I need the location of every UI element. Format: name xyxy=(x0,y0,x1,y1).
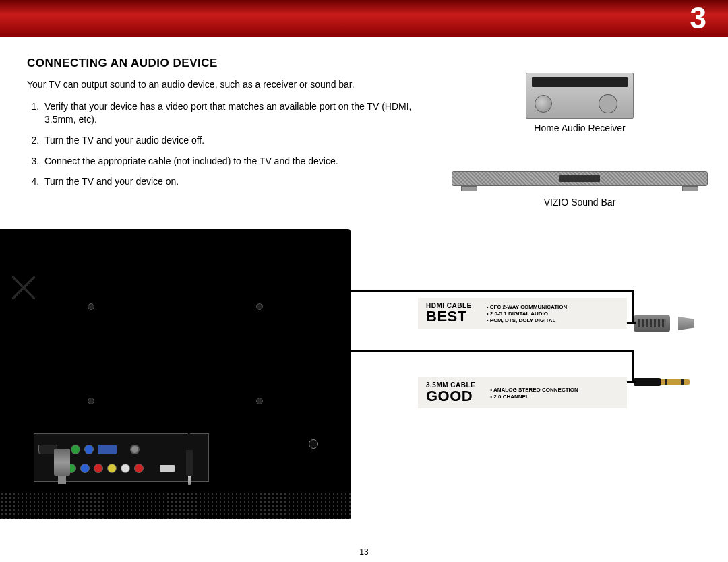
step-4: Turn the TV and your device on. xyxy=(42,175,425,188)
hdmi-cable-callout: HDMI CABLE BEST CFC 2-WAY COMMUNICATION … xyxy=(418,298,627,329)
header-band xyxy=(0,0,728,37)
power-button-icon xyxy=(309,439,318,449)
intro-paragraph: Your TV can output sound to an audio dev… xyxy=(27,78,425,91)
hdmi-connector-icon xyxy=(634,311,694,336)
aux-features: ANALOG STEREO CONNECTION 2.0 CHANNEL xyxy=(485,377,588,408)
main-text-column: CONNECTING AN AUDIO DEVICE Your TV can o… xyxy=(27,57,425,196)
hdmi-quality: BEST xyxy=(426,309,472,324)
vizio-logo-icon xyxy=(12,276,35,299)
receiver-illustration xyxy=(526,73,634,119)
page-heading: CONNECTING AN AUDIO DEVICE xyxy=(27,57,425,70)
step-1: Verify that your device has a video port… xyxy=(42,100,425,126)
chapter-number: 3 xyxy=(690,1,706,35)
aux-cable-callout: 3.5MM CABLE GOOD ANALOG STEREO CONNECTIO… xyxy=(418,377,627,408)
soundbar-label: VIZIO Sound Bar xyxy=(445,197,715,208)
page-number: 13 xyxy=(359,547,368,557)
soundbar-illustration xyxy=(452,166,708,193)
hdmi-plug-icon xyxy=(54,449,70,476)
receiver-label: Home Audio Receiver xyxy=(445,123,715,133)
device-illustrations: Home Audio Receiver VIZIO Sound Bar xyxy=(445,73,715,208)
tv-back-illustration xyxy=(0,229,351,519)
step-2: Turn the TV and your audio device off. xyxy=(42,134,425,147)
step-3: Connect the appropriate cable (not inclu… xyxy=(42,155,425,168)
aux-quality: GOOD xyxy=(426,389,475,404)
aux-connector-icon xyxy=(634,376,701,388)
hdmi-features: CFC 2-WAY COMMUNICATION 2.0-5.1 DIGITAL … xyxy=(481,298,577,329)
aux-plug-icon xyxy=(186,450,193,476)
instruction-steps: Verify that your device has a video port… xyxy=(27,100,425,188)
